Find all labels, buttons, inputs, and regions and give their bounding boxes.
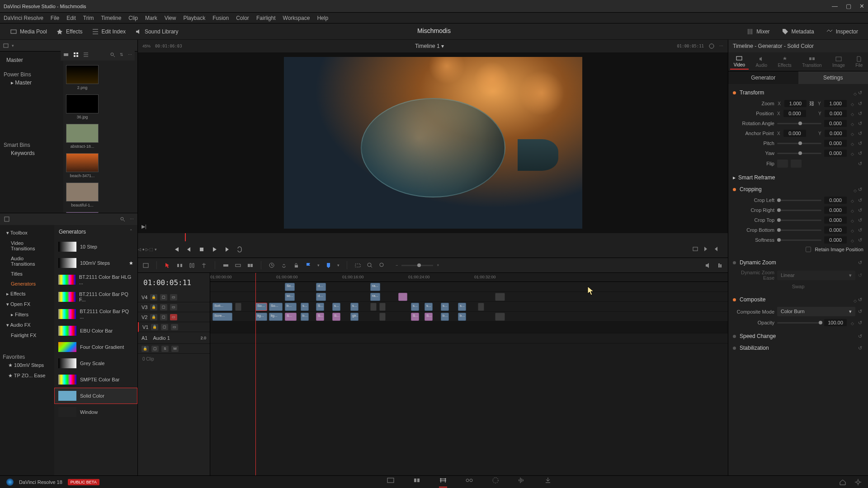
power-bin-master[interactable]: ▸ Master [4, 78, 60, 88]
timeline-tracks[interactable]: 01:00:00:0001:00:08:0001:00:16:0001:00:2… [210, 273, 728, 475]
retain-position-checkbox[interactable] [806, 247, 811, 252]
zoom-fit-icon[interactable] [354, 262, 361, 269]
timeline-clip[interactable] [370, 303, 377, 311]
smart-reframe-section[interactable]: ▸Smart Reframe [733, 172, 863, 183]
composite-section[interactable]: Composite↺ [733, 294, 863, 305]
filmstrip-view-icon[interactable] [63, 52, 69, 57]
timeline-clip[interactable]: s... [301, 303, 309, 311]
smart-bin-keywords[interactable]: Keywords [4, 148, 60, 158]
track-v1-header[interactable]: V1🔒▢▭ [138, 322, 210, 332]
timeline-clip[interactable]: s... [425, 303, 433, 311]
play-icon[interactable] [211, 246, 217, 253]
generator-item[interactable]: 100mV Steps★ [54, 255, 137, 271]
track-enable-icon[interactable]: ▭ [170, 294, 177, 300]
track-a1-header[interactable]: A1 Audio 12.0 [138, 332, 210, 344]
pos-x-field[interactable]: 0.000 [783, 110, 806, 117]
composite-mode-select[interactable]: Color Burn▾ [777, 307, 855, 316]
menu-fusion[interactable]: Fusion [212, 15, 229, 21]
options-button[interactable]: ⋯ [128, 52, 132, 57]
timeline-clip[interactable]: So... [255, 303, 267, 311]
timeline-clip[interactable] [495, 293, 505, 301]
generator-item[interactable]: BT.2111 Color Bar PQ ... [54, 305, 137, 323]
inspector-toggle[interactable]: Inspector [821, 28, 863, 35]
viewer-mode-icon[interactable] [708, 43, 715, 49]
fx-panel-icon[interactable] [4, 216, 10, 222]
fav-item-0[interactable]: ★ 100mV Steps [3, 360, 52, 371]
timeline-clip[interactable]: s... [458, 303, 466, 311]
fx-titles[interactable]: Titles [3, 269, 52, 279]
menu-color[interactable]: Color [236, 15, 249, 21]
insert-clip-icon[interactable] [222, 262, 229, 269]
fx-generators[interactable]: Generators [3, 279, 52, 289]
zoom-y-field[interactable]: 1.000 [824, 100, 847, 107]
viewer[interactable]: ▶| [138, 52, 728, 233]
track-lock-icon[interactable]: 🔒 [150, 294, 157, 300]
match-frame-icon[interactable]: ⬚ ▾ [149, 247, 157, 252]
cut-page-icon[interactable] [413, 476, 421, 484]
timeline-clip[interactable]: ra... [370, 293, 380, 301]
generator-item[interactable]: EBU Color Bar [54, 323, 137, 339]
clip-item[interactable]: 36.jpg [66, 94, 99, 119]
generator-item[interactable]: Solid Color [54, 388, 137, 404]
timeline-clip[interactable]: S... [332, 313, 340, 321]
menu-clip[interactable]: Clip [128, 15, 138, 21]
anchor-x-field[interactable]: 0.000 [783, 130, 806, 137]
mixer-toggle[interactable]: Mixer [742, 28, 774, 35]
timeline-clip[interactable]: gir... [350, 313, 359, 321]
sort-button[interactable]: ⇅ [120, 52, 123, 57]
timeline-clip[interactable] [235, 303, 241, 311]
menu-timeline[interactable]: Timeline [101, 15, 121, 21]
softness-field[interactable]: 0.000 [824, 236, 847, 244]
minimize-button[interactable]: — [832, 3, 838, 9]
view-options-icon[interactable] [142, 262, 149, 269]
crop-right-slider[interactable] [777, 210, 821, 211]
sound-library-toggle[interactable]: Sound Library [130, 28, 183, 35]
menu-davinci[interactable]: DaVinci Resolve [4, 15, 43, 21]
flag-icon[interactable] [305, 262, 312, 269]
link-icon[interactable] [281, 262, 288, 269]
timeline-clip[interactable]: Scre... [212, 313, 232, 321]
out-point-icon[interactable] [712, 246, 719, 252]
edit-index-toggle[interactable]: Edit Index [87, 28, 130, 35]
toolbox-header[interactable]: ▾ Toolbox [3, 228, 52, 238]
generator-item[interactable]: Grey Scale [54, 355, 137, 371]
opacity-field[interactable]: 100.00 [824, 319, 847, 326]
metadata-toggle[interactable]: Metadata [777, 28, 819, 35]
yaw-field[interactable]: 0.000 [824, 150, 847, 157]
crop-top-field[interactable]: 0.000 [824, 216, 847, 224]
timeline-ruler[interactable]: 01:00:00:0001:00:08:0001:00:16:0001:00:2… [210, 273, 728, 282]
generator-item[interactable]: Window [54, 404, 137, 420]
subtab-generator[interactable]: Generator [728, 71, 798, 84]
effects-toggle[interactable]: Effects [52, 28, 87, 35]
track-a1-sub[interactable] [210, 333, 728, 343]
menu-view[interactable]: View [165, 15, 176, 21]
menu-help[interactable]: Help [317, 15, 328, 21]
selection-tool-icon[interactable] [164, 262, 171, 269]
prev-frame-icon[interactable] [186, 246, 192, 253]
grid-view-icon[interactable] [73, 52, 79, 57]
generator-item[interactable]: BT.2111 Color Bar HLG ... [54, 271, 137, 288]
media-page-icon[interactable] [387, 476, 395, 484]
timeline-clip[interactable]: S... [285, 313, 297, 321]
timeline-clip[interactable] [379, 313, 386, 321]
bin-icon[interactable] [3, 42, 9, 49]
yaw-slider[interactable] [777, 153, 821, 154]
loop-icon[interactable] [236, 246, 243, 253]
fairlight-page-icon[interactable] [518, 476, 526, 484]
generator-item[interactable]: BT.2111 Color Bar PQ F... [54, 288, 137, 305]
deliver-page-icon[interactable] [544, 476, 552, 484]
track-v4[interactable]: Sc...d...ra... [210, 282, 728, 292]
viewer-scrubber[interactable] [138, 233, 728, 241]
fx-search-icon[interactable] [120, 216, 125, 222]
opacity-slider[interactable] [777, 322, 821, 324]
media-pool-toggle[interactable]: Media Pool [5, 28, 52, 35]
timeline-clip[interactable] [379, 303, 386, 311]
timeline-clip[interactable] [478, 303, 484, 311]
viewer-options[interactable]: ⋯ [719, 44, 723, 48]
blade-tool-icon[interactable] [201, 262, 208, 269]
replace-clip-icon[interactable] [247, 262, 254, 269]
menu-trim[interactable]: Trim [83, 15, 94, 21]
timeline-clip[interactable]: d... [316, 283, 326, 291]
timeline-clip[interactable]: b... [441, 313, 449, 321]
fav-item-1[interactable]: ★ TP ZO... Ease [3, 371, 52, 381]
